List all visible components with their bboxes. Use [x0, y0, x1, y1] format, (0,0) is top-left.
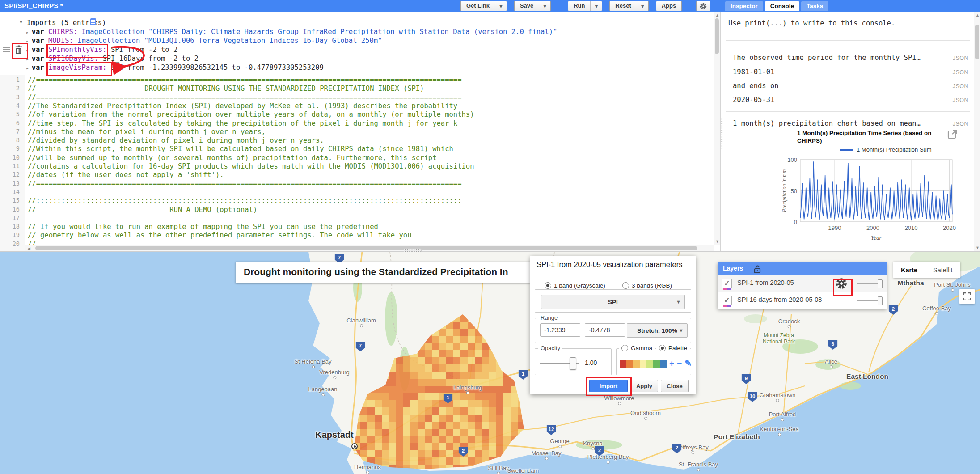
code-line: // geometry below as well as the other p…	[28, 231, 412, 239]
imports-script-icon[interactable]	[90, 18, 96, 25]
code-line: //Within this script, the monthly SPI wi…	[28, 145, 453, 153]
opacity-value: 1.00	[585, 359, 597, 366]
settings-button[interactable]	[696, 1, 710, 11]
code-line: //======================================…	[28, 76, 462, 84]
map-title-banner: Drought monitoring using the Standardize…	[236, 262, 530, 283]
town-marker	[778, 433, 781, 436]
tab-tasks[interactable]: Tasks	[801, 1, 828, 11]
radio-icon[interactable]	[622, 282, 629, 289]
add-color-button[interactable]: +	[669, 359, 674, 368]
edit-palette-button[interactable]: ✎	[684, 359, 692, 368]
town-marker	[312, 365, 315, 368]
x-tick-label: 2010	[905, 224, 918, 231]
band-select[interactable]: SPI ▼	[541, 295, 685, 309]
map-label-east-london: East London	[846, 372, 888, 381]
layer-checkbox[interactable]: ✓	[722, 279, 732, 288]
code-line: //The Standardized Precipitation Index (…	[28, 102, 457, 110]
map-type-satellit-button[interactable]: Satellit	[925, 262, 960, 278]
line-number: 1	[2, 76, 20, 83]
precipitation-chart[interactable]: 0501001990200020102020Precipitation in m…	[777, 127, 974, 248]
layer-checkbox[interactable]: ✓	[722, 296, 732, 305]
json-expand-link[interactable]: JSON	[953, 69, 968, 76]
map-label-mthatha: Mthatha	[897, 279, 924, 287]
earth-engine-code-editor: SPI/SPI_CHIRPS * Get Link▼Save▼Run▼Reset…	[0, 0, 980, 474]
toolbar-button-get-link[interactable]: Get Link▼	[460, 1, 507, 11]
dropdown-caret-icon[interactable]: ▼	[637, 1, 648, 11]
fullscreen-button[interactable]	[959, 289, 975, 304]
scrollbar-thumb[interactable]	[975, 25, 979, 59]
dropdown-caret-icon[interactable]: ▼	[539, 1, 550, 11]
toolbar-button-run[interactable]: Run▼	[568, 1, 602, 11]
radio-icon[interactable]	[659, 345, 666, 351]
toolbar-button-save[interactable]: Save▼	[514, 1, 551, 11]
toolbar-button-apps[interactable]: Apps	[656, 1, 682, 11]
import-entry: ▸var CHIRPS: ImageCollection "CHIRPS Dai…	[26, 28, 557, 36]
expand-arrow-icon[interactable]: ▸	[26, 65, 29, 71]
line-number: 18	[2, 223, 20, 230]
tab-console[interactable]: Console	[765, 1, 799, 11]
annotation-box-trash	[12, 43, 28, 59]
panel-tabs: InspectorConsoleTasks	[725, 1, 828, 11]
town-marker	[644, 417, 647, 420]
map-type-karte-button[interactable]: Karte	[893, 262, 925, 278]
palette-radio[interactable]: Palette	[656, 345, 690, 351]
town-marker	[360, 324, 363, 327]
annotation-box-import	[586, 377, 632, 396]
vertical-divider[interactable]	[720, 12, 721, 252]
code-line: //dates (if the user does not apply a 's…	[28, 171, 224, 179]
scroll-up-icon[interactable]: ▲	[976, 13, 980, 17]
imports-collapse-icon[interactable]: ▾	[20, 19, 22, 25]
expand-arrow-icon[interactable]: ▸	[26, 30, 29, 35]
editor-vertical-scrollbar[interactable]: ▲ ▼	[714, 12, 720, 245]
map-label-st-helena-bay: St Helena Bay	[294, 358, 331, 365]
import-drag-handle-icon[interactable]	[3, 47, 10, 53]
chevron-down-icon: ▼	[676, 299, 681, 305]
apply-button[interactable]: Apply	[630, 380, 658, 392]
radio-icon[interactable]	[621, 345, 628, 351]
gear-icon	[700, 3, 707, 10]
scroll-down-icon[interactable]: ▼	[976, 245, 980, 250]
city-marker	[351, 443, 358, 449]
scroll-left-icon[interactable]: ◀	[27, 246, 30, 251]
radio-icon[interactable]	[545, 282, 551, 289]
band-radio-grayscale[interactable]: 1 band (Grayscale)	[542, 282, 608, 289]
stretch-select[interactable]: Stretch: 100% ▼	[627, 323, 688, 338]
layer-opacity-thumb[interactable]	[878, 279, 883, 288]
scrollbar-thumb[interactable]	[35, 246, 697, 250]
json-expand-link[interactable]: JSON	[953, 121, 968, 127]
remove-color-button[interactable]: −	[677, 359, 682, 368]
json-expand-link[interactable]: JSON	[953, 55, 968, 61]
layer-row[interactable]: ✓SPI 16 days from 2020-05-08	[718, 292, 887, 309]
close-button[interactable]: Close	[661, 380, 689, 392]
range-min-input[interactable]: -1.2339	[540, 323, 580, 337]
code-line: //of variation from the normal precipita…	[28, 110, 474, 118]
json-expand-link[interactable]: JSON	[953, 83, 968, 89]
dropdown-caret-icon[interactable]: ▼	[590, 1, 602, 11]
json-expand-link[interactable]: JSON	[953, 97, 968, 103]
range-max-input[interactable]: -0.4778	[585, 323, 625, 337]
y-tick-label: 0	[794, 219, 797, 225]
button-label: Apps	[656, 1, 682, 11]
scroll-up-icon[interactable]: ▲	[715, 13, 719, 17]
toolbar-button-reset[interactable]: Reset▼	[609, 1, 648, 11]
y-tick-label: 100	[787, 157, 797, 163]
map-label-knysna: Knysna	[583, 440, 602, 447]
scroll-down-icon[interactable]: ▼	[715, 239, 719, 244]
map-view[interactable]: ClanwilliamSt Helena BayVredenburgLangeb…	[0, 252, 980, 474]
map-label-clanwilliam: Clanwilliam	[346, 317, 376, 324]
console-message: 1981-01-01	[733, 68, 774, 76]
map-label-coffee-bay: Coffee Bay	[922, 305, 951, 312]
code-line	[28, 188, 32, 196]
layers-header[interactable]: Layers	[718, 262, 887, 275]
band-radio-rgb[interactable]: 3 bands (RGB)	[620, 282, 675, 289]
y-tick-label: 50	[791, 188, 797, 195]
console-scrollbar[interactable]: ▲ ▼	[974, 12, 980, 252]
gamma-radio[interactable]: Gamma	[619, 345, 655, 351]
layer-row[interactable]: ✓SPI-1 from 2020-05	[718, 275, 887, 292]
opacity-slider-thumb[interactable]	[570, 357, 576, 370]
layer-opacity-thumb[interactable]	[878, 296, 883, 305]
panel-resize-handle[interactable]	[721, 118, 723, 150]
tab-inspector[interactable]: Inspector	[725, 1, 763, 11]
scrollbar-thumb[interactable]	[715, 18, 719, 54]
dropdown-caret-icon[interactable]: ▼	[495, 1, 507, 11]
